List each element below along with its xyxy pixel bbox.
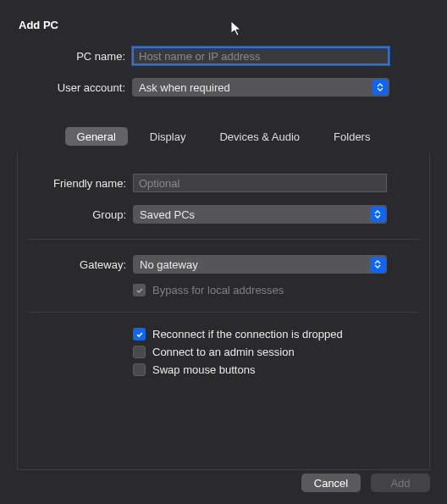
pc-name-input[interactable] (132, 47, 389, 65)
friendly-name-label: Friendly name: (18, 177, 133, 190)
group-select[interactable]: Saved PCs (133, 205, 387, 224)
user-account-label: User account: (0, 81, 132, 94)
cancel-button[interactable]: Cancel (301, 474, 361, 492)
tab-general[interactable]: General (65, 127, 128, 146)
tab-folders[interactable]: Folders (322, 127, 382, 146)
reconnect-checkbox[interactable] (133, 328, 146, 341)
reconnect-label: Reconnect if the connection is dropped (152, 328, 343, 341)
tab-devices-audio[interactable]: Devices & Audio (207, 127, 312, 146)
chevron-up-down-icon (370, 207, 385, 222)
gateway-value: No gateway (140, 258, 198, 271)
admin-label: Connect to an admin session (152, 346, 295, 358)
group-label: Group: (18, 208, 133, 221)
swap-label: Swap mouse buttons (152, 363, 255, 376)
user-account-select[interactable]: Ask when required (132, 78, 389, 97)
gateway-label: Gateway: (18, 258, 133, 271)
window-title: Add PC (0, 0, 447, 31)
admin-checkbox[interactable] (133, 346, 146, 358)
general-panel: Friendly name: Group: Saved PCs Gateway:… (17, 152, 430, 470)
user-account-value: Ask when required (139, 81, 230, 94)
divider (28, 312, 419, 313)
swap-checkbox[interactable] (133, 363, 146, 376)
chevron-up-down-icon (370, 257, 385, 272)
bypass-label: Bypass for local addresses (152, 284, 284, 296)
friendly-name-input[interactable] (133, 174, 387, 192)
tab-display[interactable]: Display (138, 127, 198, 146)
pc-name-label: PC name: (0, 50, 132, 63)
add-button: Add (371, 474, 430, 492)
bypass-checkbox (133, 284, 146, 296)
tab-bar: General Display Devices & Audio Folders (0, 127, 447, 146)
group-value: Saved PCs (140, 208, 195, 221)
divider (28, 239, 419, 240)
chevron-up-down-icon (372, 80, 388, 95)
gateway-select[interactable]: No gateway (133, 255, 387, 274)
